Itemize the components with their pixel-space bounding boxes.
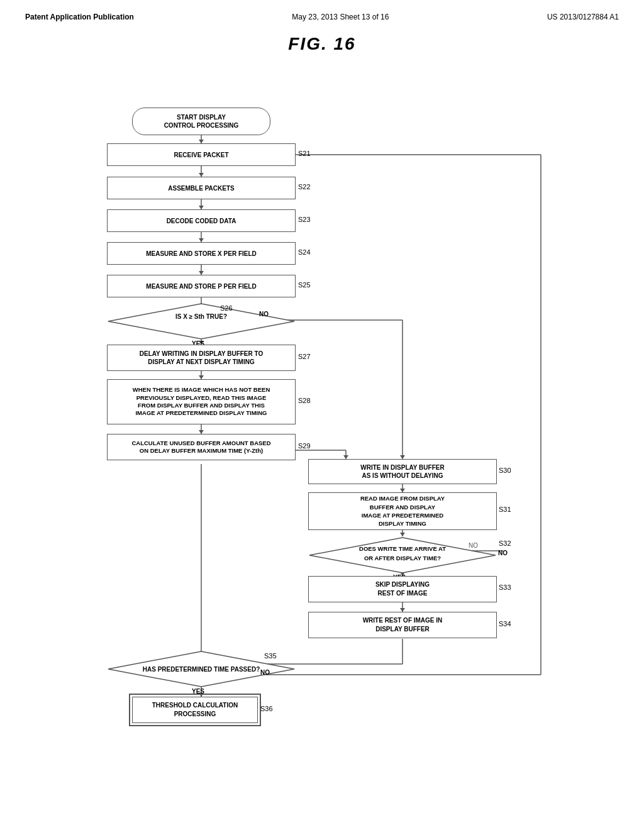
header-left: Patent Application Publication	[25, 13, 134, 21]
step-label-s28: S28	[298, 397, 311, 404]
step-label-s22: S22	[298, 183, 311, 191]
svg-marker-44	[108, 304, 294, 339]
diamond-s26: IS X ≥ Sth TRUE?	[107, 302, 296, 340]
no-label-s35: NO	[260, 669, 270, 676]
step-s34: WRITE REST OF IMAGE INDISPLAY BUFFER	[308, 612, 497, 638]
step-s30: WRITE IN DISPLAY BUFFERAS IS WITHOUT DEL…	[308, 459, 497, 484]
no-label-s32: NO	[498, 550, 508, 556]
step-s23: DECODE CODED DATA	[107, 209, 296, 232]
svg-text:IS X ≥ Sth TRUE?: IS X ≥ Sth TRUE?	[175, 313, 227, 320]
step-s31: READ IMAGE FROM DISPLAYBUFFER AND DISPLA…	[308, 492, 497, 530]
step-s27: DELAY WRITING IN DISPLAY BUFFER TODISPLA…	[107, 345, 296, 371]
step-label-s29: S29	[298, 442, 311, 450]
step-label-s27: S27	[298, 353, 311, 360]
svg-text:HAS PREDETERMINED TIME PASSED?: HAS PREDETERMINED TIME PASSED?	[143, 666, 260, 673]
step-s36: THRESHOLD CALCULATIONPROCESSING	[132, 697, 258, 723]
step-s21: RECEIVE PACKET	[107, 143, 296, 166]
start-node: START DISPLAYCONTROL PROCESSING	[132, 108, 270, 135]
yes-label-s35: YES	[192, 688, 204, 695]
page: Patent Application Publication May 23, 2…	[0, 0, 644, 777]
step-label-s34: S34	[499, 620, 511, 628]
step-s24: MEASURE AND STORE X PER FIELD	[107, 242, 296, 265]
step-label-s23: S23	[298, 216, 311, 223]
step-label-s30: S30	[499, 467, 511, 474]
step-s25: MEASURE AND STORE P PER FIELD	[107, 275, 296, 297]
step-s33: SKIP DISPLAYINGREST OF IMAGE	[308, 576, 497, 602]
step-label-s25: S25	[298, 281, 311, 289]
flowchart: NO START DISPLAYCONTROL PROCESSING RECEI…	[25, 73, 619, 765]
step-label-s36: S36	[260, 705, 273, 712]
step-s28: WHEN THERE IS IMAGE WHICH HAS NOT BEEN P…	[107, 379, 296, 424]
no-label-s26: NO	[259, 311, 269, 318]
step-label-s31: S31	[499, 506, 511, 513]
header-right: US 2013/0127884 A1	[547, 13, 619, 21]
header: Patent Application Publication May 23, 2…	[25, 13, 619, 21]
header-center: May 23, 2013 Sheet 13 of 16	[292, 13, 389, 21]
step-label-s33: S33	[499, 584, 511, 591]
step-s29: CALCULATE UNUSED BUFFER AMOUNT BASEDON D…	[107, 434, 296, 460]
fig-title: FIG. 16	[25, 34, 619, 54]
step-s22: ASSEMBLE PACKETS	[107, 177, 296, 199]
step-label-s26: S26	[220, 304, 233, 312]
step-label-s24: S24	[298, 248, 311, 256]
diamond-s32: DOES WRITE TIME ARRIVE AT OR AFTER DISPL…	[308, 536, 497, 574]
step-label-s21: S21	[298, 150, 311, 157]
step-label-s32: S32	[499, 540, 511, 547]
step-label-s35: S35	[264, 652, 277, 660]
svg-text:OR AFTER DISPLAY TIME?: OR AFTER DISPLAY TIME?	[364, 555, 441, 562]
svg-text:DOES WRITE TIME ARRIVE AT: DOES WRITE TIME ARRIVE AT	[359, 545, 446, 552]
